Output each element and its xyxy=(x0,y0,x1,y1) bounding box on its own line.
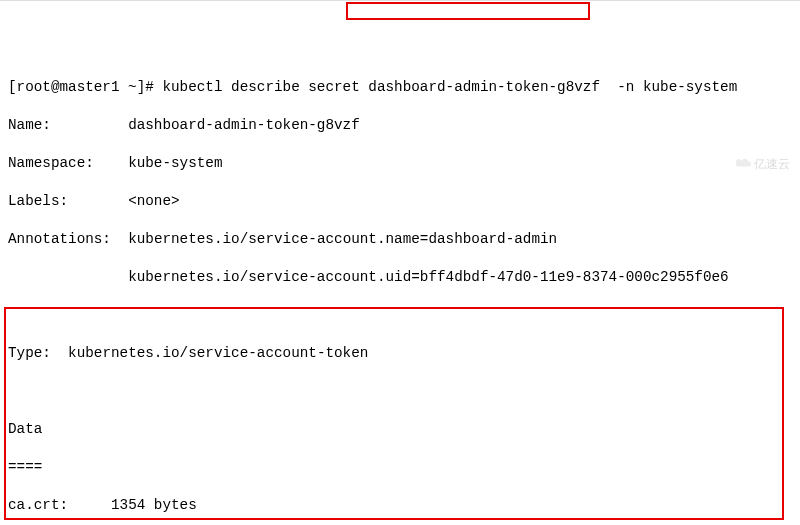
command-line: [root@master1 ~]# kubectl describe secre… xyxy=(8,78,792,97)
data-header: Data xyxy=(8,420,792,439)
field-annotations-2: kubernetes.io/service-account.uid=bff4db… xyxy=(8,268,792,287)
command: kubectl describe secret dashboard-admin-… xyxy=(162,79,737,95)
field-name: Name: dashboard-admin-token-g8vzf xyxy=(8,116,792,135)
field-type: Type: kubernetes.io/service-account-toke… xyxy=(8,344,792,363)
field-labels: Labels: <none> xyxy=(8,192,792,211)
highlight-secret-name xyxy=(346,2,590,20)
blank-line xyxy=(8,382,792,401)
highlight-token xyxy=(4,307,784,520)
prompt: [root@master1 ~]# xyxy=(8,79,162,95)
field-annotations-1: Annotations: kubernetes.io/service-accou… xyxy=(8,230,792,249)
data-sep: ==== xyxy=(8,458,792,477)
blank-line xyxy=(8,306,792,325)
field-namespace: Namespace: kube-system xyxy=(8,154,792,173)
field-cacrt: ca.crt: 1354 bytes xyxy=(8,496,792,515)
